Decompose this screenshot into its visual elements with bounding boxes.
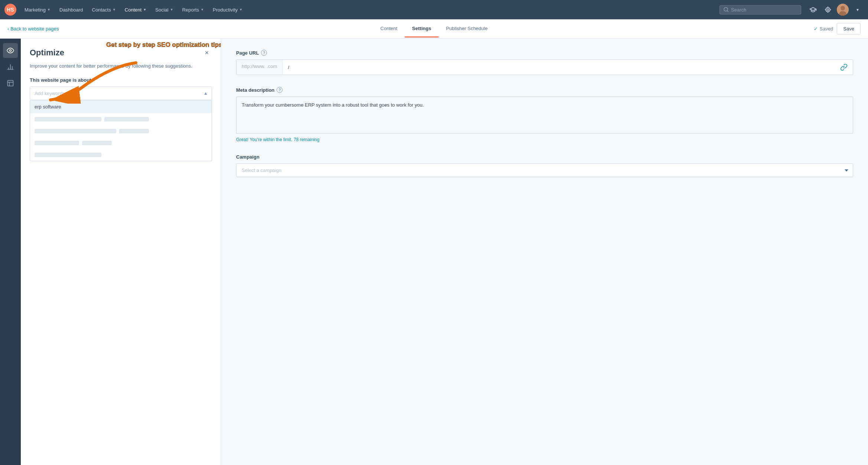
url-field: http://www. .com [236,59,853,75]
close-button[interactable]: × [202,48,212,58]
url-path-input[interactable] [283,60,835,75]
svg-point-11 [841,6,845,10]
tab-content[interactable]: Content [373,20,405,38]
blurred-text [35,129,116,133]
keyword-dropdown: erp software [30,100,212,161]
nav-dashboard[interactable]: Dashboard [56,5,87,15]
svg-rect-18 [8,81,13,86]
blurred-text [35,117,101,121]
nav-reports[interactable]: Reports ▼ [179,5,208,15]
hubspot-logo[interactable]: HS [4,4,16,16]
notifications-icon[interactable] [822,4,834,16]
nav-right-icons: ▼ [807,4,864,16]
account-chevron-icon[interactable]: ▼ [852,4,864,16]
settings-content-area: Page URL ? http://www. .com [221,39,868,465]
keyword-input[interactable] [30,87,212,100]
page-url-label: Page URL ? [236,50,853,56]
user-avatar[interactable] [837,4,849,16]
keyword-option-1[interactable]: erp software [30,100,212,113]
blurred-text [119,129,149,133]
optimize-description: Improve your content for better performa… [30,62,212,70]
keyword-option-3[interactable] [30,125,212,137]
content-chevron-icon: ▼ [143,8,146,12]
blurred-text [104,117,149,121]
url-base-display: http://www. .com [236,60,283,75]
campaign-select[interactable]: Select a campaign [236,163,853,177]
keyword-chevron-icon: ▲ [203,91,208,96]
campaign-select-wrapper: Select a campaign [236,163,853,177]
svg-point-4 [826,7,830,12]
meta-char-hint: Great! You're within the limit. 78 remai… [236,137,853,142]
nav-productivity[interactable]: Productivity ▼ [209,5,246,15]
search-icon [724,7,729,12]
contacts-chevron-icon: ▼ [112,8,116,12]
social-chevron-icon: ▼ [170,8,173,12]
campaign-section: Campaign Select a campaign [236,154,853,177]
meta-description-input[interactable]: Transform your cumbersome ERP system int… [236,97,853,134]
main-layout: Optimize × Improve your content for bett… [0,39,868,465]
sub-nav-right: ✓ Saved Save [814,23,861,35]
url-link-icon[interactable] [835,60,853,75]
blurred-text [35,153,101,157]
nav-content[interactable]: Content ▼ [121,5,150,15]
reports-chevron-icon: ▼ [200,8,204,12]
keyword-option-2[interactable] [30,113,212,125]
nav-marketing[interactable]: Marketing ▼ [21,5,54,15]
page-url-help-icon[interactable]: ? [261,50,267,56]
keyword-input-wrapper: ▲ [30,87,212,100]
productivity-chevron-icon: ▼ [239,8,242,12]
search-bar[interactable] [719,5,801,14]
checkmark-icon: ✓ [814,26,818,32]
svg-point-5 [827,9,829,11]
page-url-section: Page URL ? http://www. .com [236,50,853,75]
tab-settings[interactable]: Settings [405,20,438,38]
sub-nav-tabs: Content Settings Publisher Schedule [373,20,495,38]
sub-navigation: ‹ Back to website pages Content Settings… [0,19,868,39]
nav-contacts[interactable]: Contacts ▼ [88,5,120,15]
svg-line-3 [727,11,728,12]
blurred-text [82,141,112,145]
save-button[interactable]: Save [837,23,861,35]
marketing-chevron-icon: ▼ [47,8,50,12]
back-to-website-pages-link[interactable]: ‹ Back to website pages [7,26,59,32]
svg-point-2 [724,7,728,11]
svg-point-13 [10,50,12,52]
tab-publisher-schedule[interactable]: Publisher Schedule [438,20,495,38]
meta-description-label: Meta description ? [236,87,853,93]
optimize-about-label: This website page is about: [30,77,212,83]
sidebar [0,39,21,465]
learn-icon[interactable] [807,4,819,16]
meta-description-section: Meta description ? Transform your cumber… [236,87,853,142]
sidebar-chart-icon[interactable] [3,59,18,74]
optimize-header: Optimize × [30,48,212,58]
back-arrow-icon: ‹ [7,26,9,32]
sidebar-eye-icon[interactable] [3,43,18,58]
keyword-option-5[interactable] [30,149,212,161]
optimize-title: Optimize [30,48,64,58]
meta-description-help-icon[interactable]: ? [277,87,283,93]
optimize-panel: Optimize × Improve your content for bett… [21,39,221,465]
search-input[interactable] [731,7,790,13]
link-icon [840,64,848,71]
blurred-text [35,141,79,145]
sidebar-box-icon[interactable] [3,76,18,91]
saved-status: ✓ Saved [814,26,833,32]
campaign-label: Campaign [236,154,853,160]
nav-social[interactable]: Social ▼ [151,5,177,15]
svg-text:HS: HS [7,7,14,13]
keyword-option-4[interactable] [30,137,212,149]
top-navigation: HS Marketing ▼ Dashboard Contacts ▼ Cont… [0,0,868,19]
